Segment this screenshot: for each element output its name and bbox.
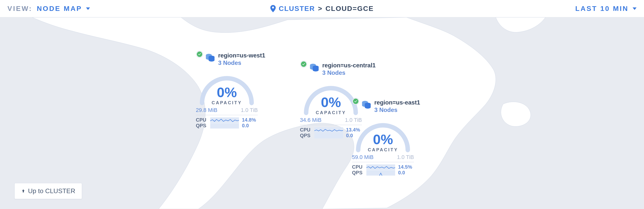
node-count-label: 3 Nodes — [374, 106, 420, 113]
qps-sparkline — [314, 133, 343, 138]
status-ok-icon — [300, 61, 307, 67]
capacity-values: 29.8 MiB 1.0 TiB — [196, 107, 258, 113]
arrow-up-icon — [21, 187, 26, 195]
node-card-us-west1[interactable]: region=us-west1 3 Nodes 0% CAPACITY 29.8… — [196, 52, 265, 129]
breadcrumb: CLUSTER > CLOUD=GCE — [270, 5, 374, 13]
capacity-used: 59.0 MiB — [352, 154, 374, 161]
cpu-label: CPU — [352, 164, 364, 170]
cpu-label: CPU — [300, 127, 311, 133]
cpu-sparkline — [210, 117, 239, 123]
capacity-gauge: 0% CAPACITY — [196, 68, 258, 105]
view-selector-group: VIEW: NODE MAP — [8, 5, 90, 13]
node-card-us-east1[interactable]: region=us-east1 3 Nodes 0% CAPACITY 59.0… — [352, 99, 420, 176]
view-label: VIEW: — [8, 5, 32, 13]
qps-label: QPS — [300, 133, 311, 138]
cpu-value: 14.8% — [242, 117, 258, 123]
qps-metric: QPS 0.0 — [196, 123, 258, 129]
qps-sparkline — [366, 170, 395, 176]
capacity-percent: 0% — [217, 85, 237, 99]
capacity-percent: 0% — [321, 95, 341, 109]
qps-value: 0.0 — [398, 170, 414, 176]
node-region-label: region=us-west1 — [218, 52, 265, 59]
breadcrumb-cluster-link[interactable]: CLUSTER — [278, 5, 315, 13]
view-dropdown-value: NODE MAP — [37, 5, 82, 13]
cpu-value: 14.5% — [398, 164, 414, 170]
capacity-label: CAPACITY — [316, 110, 346, 115]
time-range-dropdown[interactable]: LAST 10 MIN — [575, 5, 636, 13]
node-region-label: region=us-central1 — [322, 62, 376, 69]
qps-label: QPS — [352, 170, 364, 176]
node-map[interactable]: region=us-west1 3 Nodes 0% CAPACITY 29.8… — [0, 17, 644, 209]
qps-sparkline — [210, 123, 239, 129]
status-ok-icon — [196, 51, 203, 57]
cpu-sparkline — [366, 164, 395, 170]
cpu-metric: CPU 14.5% — [352, 164, 414, 170]
capacity-total: 1.0 TiB — [397, 154, 414, 161]
breadcrumb-sep: > — [318, 5, 322, 13]
capacity-used: 34.6 MiB — [300, 117, 322, 123]
divider — [352, 162, 414, 162]
capacity-values: 59.0 MiB 1.0 TiB — [352, 154, 414, 161]
cpu-label: CPU — [196, 117, 207, 123]
up-to-cluster-button[interactable]: Up to CLUSTER — [14, 183, 82, 199]
node-count-label: 3 Nodes — [218, 59, 265, 66]
svg-point-0 — [272, 6, 274, 8]
qps-label: QPS — [196, 123, 207, 129]
database-icon — [205, 52, 216, 63]
capacity-total: 1.0 TiB — [241, 107, 258, 113]
divider — [196, 115, 258, 115]
database-icon — [361, 99, 372, 110]
status-ok-icon — [352, 98, 359, 104]
topbar: VIEW: NODE MAP CLUSTER > CLOUD=GCE LAST … — [0, 0, 644, 17]
breadcrumb-current: CLOUD=GCE — [326, 5, 374, 13]
pin-icon — [270, 5, 276, 12]
chevron-down-icon — [632, 7, 636, 10]
capacity-percent: 0% — [373, 133, 393, 146]
cpu-metric: CPU 14.8% — [196, 117, 258, 123]
capacity-label: CAPACITY — [368, 147, 398, 153]
node-region-label: region=us-east1 — [374, 99, 420, 106]
qps-metric: QPS 0.0 — [352, 170, 414, 176]
up-to-cluster-label: Up to CLUSTER — [28, 187, 75, 195]
capacity-used: 29.8 MiB — [196, 107, 218, 113]
capacity-label: CAPACITY — [212, 100, 242, 105]
cpu-sparkline — [314, 127, 343, 133]
view-dropdown[interactable]: NODE MAP — [37, 5, 90, 13]
qps-value: 0.0 — [242, 123, 258, 129]
node-count-label: 3 Nodes — [322, 69, 376, 76]
database-icon — [309, 62, 320, 73]
time-range-label: LAST 10 MIN — [575, 5, 629, 13]
capacity-gauge: 0% CAPACITY — [352, 115, 414, 153]
chevron-down-icon — [86, 7, 90, 10]
